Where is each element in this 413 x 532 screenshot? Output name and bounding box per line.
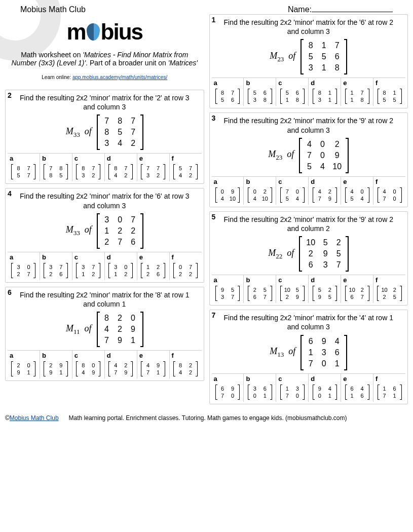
answer-option: d3012	[105, 252, 137, 280]
right-column: 1Find the resulting 2x2 'minor' matrix f…	[209, 14, 408, 404]
answer-option: b7885	[40, 154, 72, 181]
matrix: 1052295637	[299, 236, 349, 272]
answer-option: b2991	[40, 351, 72, 378]
matrix: 5295	[313, 286, 337, 301]
answer-option: b02410	[244, 177, 276, 205]
matrix: 307122276	[97, 213, 143, 249]
answer-label: f	[170, 351, 202, 360]
answer-label: a	[212, 374, 244, 384]
answer-label: d	[309, 374, 341, 384]
matrix: 3726	[44, 263, 68, 278]
matrix: 5638	[248, 89, 272, 104]
answer-row: a6970b3601c1370d9401e6416f1671	[212, 373, 406, 402]
matrix: 9401	[313, 385, 337, 400]
matrix: 1718	[345, 89, 369, 104]
answer-option: a9537	[212, 275, 244, 303]
problem-text: Find the resulting 2x2 'minor' matrix fo…	[212, 116, 406, 137]
answer-option: c5618	[276, 78, 309, 106]
unit-link[interactable]: app.mobius.academy/math/units/matrices/	[72, 74, 167, 80]
problem-text: Find the resulting 2x2 'minor' matrix fo…	[8, 192, 202, 213]
answer-row: a2091b2991c8049d4279e4971f8242	[8, 350, 202, 378]
answer-option: d8131	[309, 78, 341, 106]
answer-option: a6970	[212, 374, 244, 402]
matrix: 820429791	[97, 312, 143, 347]
matrix: 7054	[280, 187, 305, 203]
answer-option: c8049	[72, 351, 105, 378]
matrix: 09410	[215, 187, 240, 203]
page-footer: ©Mobius Math Club Math learning portal. …	[0, 404, 413, 427]
answer-option: c10529	[276, 275, 309, 303]
answer-option: f4070	[373, 177, 405, 205]
problem-text: Find the resulting 2x2 'minor' matrix fo…	[212, 313, 406, 334]
answer-option: e6416	[341, 374, 373, 402]
matrix: 4971	[141, 361, 165, 376]
answer-label: f	[170, 154, 202, 163]
answer-label: d	[105, 154, 137, 163]
problem-3: 3Find the resulting 2x2 'minor' matrix f…	[209, 112, 408, 207]
answer-row: a3027b3726c3712d3012e1226f0722	[8, 252, 202, 280]
problem-1: 1Find the resulting 2x2 'minor' matrix f…	[209, 14, 408, 108]
logo-drop-icon	[87, 23, 100, 41]
answer-option: d4279	[105, 351, 137, 378]
footer-text: Math learning portal. Enrichment classes…	[69, 414, 347, 422]
answer-option: c8732	[72, 154, 105, 181]
answer-option: d4279	[309, 177, 341, 205]
answer-label: e	[341, 177, 373, 186]
answer-label: d	[105, 351, 137, 360]
matrix: 3601	[248, 385, 272, 400]
problem-matrix: M23 of4027095410	[212, 138, 406, 173]
matrix: 5618	[280, 89, 305, 104]
problem-text: Find the resulting 2x2 'minor' matrix fo…	[212, 18, 406, 39]
answer-option: f1671	[373, 374, 405, 402]
mobius-logo: mbius	[10, 19, 199, 45]
matrix: 3712	[76, 263, 100, 278]
problem-number: 1	[212, 16, 216, 24]
answer-option: b2567	[244, 275, 276, 303]
answer-option: a2091	[8, 351, 40, 378]
matrix: 8757	[11, 164, 35, 179]
matrix: 8756	[215, 89, 240, 104]
club-title: Mobius Math Club	[20, 5, 86, 14]
answer-option: e4971	[137, 351, 170, 378]
answer-label: d	[309, 78, 341, 88]
problem-matrix: M23 of817556318	[212, 39, 406, 74]
name-field: Name:	[288, 5, 393, 14]
footer-link[interactable]: Mobius Math Club	[10, 414, 59, 422]
answer-option: b3726	[40, 252, 72, 280]
intro-panel: mbius Math worksheet on 'Matrices - Find…	[5, 14, 204, 86]
answer-row: a8756b5638c5618d8131e1718f8155	[212, 78, 406, 106]
answer-label: a	[212, 275, 244, 285]
answer-option: e7732	[137, 154, 170, 181]
matrix: 5742	[173, 164, 198, 179]
answer-label: a	[212, 177, 244, 186]
answer-row: a9537b2567c10529d5295e10267f10225	[212, 275, 406, 303]
answer-label: b	[244, 177, 276, 186]
problem-7: 7Find the resulting 2x2 'minor' matrix f…	[209, 310, 408, 404]
answer-option: e1718	[341, 78, 373, 106]
answer-label: a	[8, 351, 40, 360]
matrix: 8131	[313, 89, 337, 104]
answer-label: e	[137, 351, 169, 360]
answer-option: a3027	[8, 252, 40, 280]
answer-option: b3601	[244, 374, 276, 402]
problem-matrix: M33 of307122276	[8, 213, 202, 249]
matrix: 6416	[345, 385, 369, 400]
answer-label: f	[373, 78, 405, 88]
problem-5: 5Find the resulting 2x2 'minor' matrix f…	[209, 211, 408, 306]
matrix: 7885	[44, 164, 68, 179]
answer-label: f	[373, 374, 405, 384]
answer-row: a09410b02410c7054d4279e4054f4070	[212, 176, 406, 205]
answer-label: c	[72, 154, 104, 163]
matrix: 4279	[108, 361, 133, 376]
problem-number: 5	[212, 213, 216, 221]
problem-matrix: M13 of694136701	[212, 335, 406, 370]
answer-option: a09410	[212, 177, 244, 205]
answer-label: e	[137, 154, 169, 163]
answer-option: f10225	[373, 275, 405, 303]
content-area: mbius Math worksheet on 'Matrices - Find…	[0, 14, 413, 404]
matrix: 817556318	[301, 39, 347, 74]
matrix: 2991	[44, 361, 68, 376]
matrix: 02410	[248, 187, 272, 203]
problem-matrix: M22 of1052295637	[212, 236, 406, 272]
answer-label: b	[40, 351, 72, 360]
